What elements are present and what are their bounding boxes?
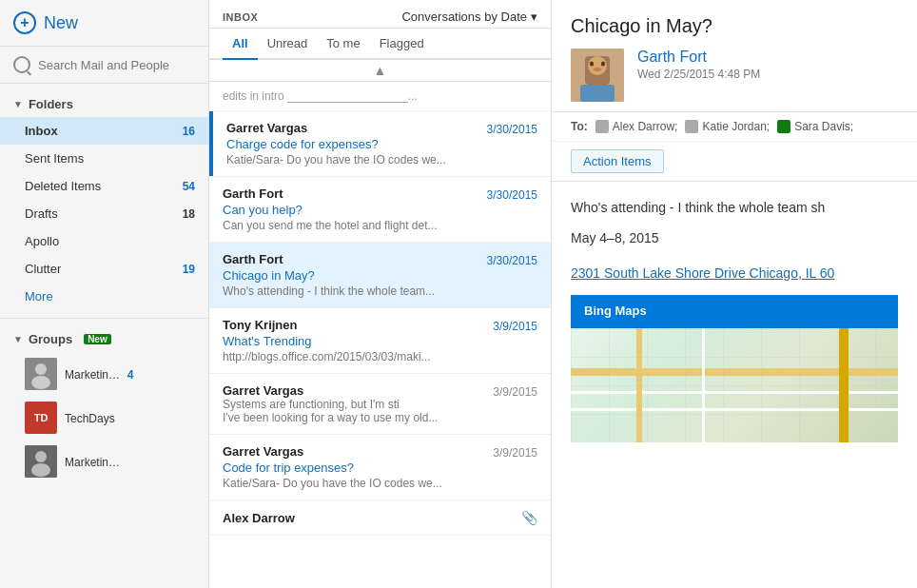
reading-pane: Chicago in May? Garth Fort Wed 2/25/2015…: [552, 0, 917, 588]
svg-point-5: [31, 463, 50, 477]
mail-preview: Katie/Sara- Do you have the IO codes we.…: [226, 153, 537, 167]
search-input[interactable]: [38, 58, 195, 72]
new-button[interactable]: + New: [0, 0, 208, 47]
folder-apollo[interactable]: Apollo: [0, 227, 208, 255]
svg-point-11: [594, 68, 601, 71]
svg-point-4: [35, 451, 47, 462]
group-avatar-img: [25, 358, 57, 390]
folder-sent[interactable]: Sent Items: [0, 145, 208, 172]
scroll-up-button[interactable]: ▲: [209, 60, 551, 82]
mail-preview2: I've been looking for a way to use my ol…: [223, 411, 537, 424]
to-label: To:: [571, 120, 588, 133]
recipient-sara: Sara Davis;: [777, 120, 853, 133]
recipient-name-alex: Alex Darrow;: [613, 120, 678, 133]
mail-item[interactable]: Garret Vargas 3/9/2015 Systems are funct…: [209, 374, 551, 435]
group-avatar-techdays: TD: [25, 402, 57, 434]
mail-list-scroll[interactable]: ▲ edits in intro ___________________... …: [209, 60, 551, 588]
more-link[interactable]: More: [0, 283, 208, 310]
mail-preview: Katie/Sara- Do you have the IO codes we.…: [223, 477, 537, 490]
group-name-marketing2: Marketin…: [65, 456, 120, 469]
folder-inbox-name: Inbox: [25, 124, 183, 138]
group-item-techdays[interactable]: TD TechDays: [0, 396, 208, 440]
mail-date: 3/30/2015: [487, 254, 537, 267]
action-items-bar: Action Items: [552, 142, 917, 182]
mail-date: 3/9/2015: [493, 385, 537, 399]
sender-avatar: [571, 49, 624, 102]
sender-avatar-svg: [571, 49, 624, 102]
recipient-alex: Alex Darrow;: [595, 120, 678, 133]
folders-label: Folders: [29, 97, 73, 111]
folder-deleted[interactable]: Deleted Items 54: [0, 172, 208, 200]
mail-item[interactable]: Garth Fort 3/30/2015 Can you help? Can y…: [209, 177, 551, 243]
body-dates: May 4–8, 2015: [571, 227, 898, 248]
groups-header[interactable]: ▼ Groups New: [0, 326, 208, 352]
mail-date: 3/9/2015: [493, 446, 537, 460]
group-name-techdays: TechDays: [65, 412, 115, 425]
map-area[interactable]: [571, 328, 898, 442]
mail-item[interactable]: Garret Vargas 3/30/2015 Charge code for …: [209, 111, 551, 177]
group-item-marketing1[interactable]: Marketin… 4: [0, 352, 208, 396]
group-info-marketing1: Marketin… 4: [65, 367, 195, 382]
mail-subject[interactable]: Charge code for expenses?: [226, 137, 537, 151]
folders-header[interactable]: ▼ Folders: [0, 91, 208, 117]
mail-item[interactable]: Alex Darrow 📎: [209, 500, 551, 536]
svg-point-2: [31, 376, 50, 389]
search-area: [0, 47, 208, 84]
email-body: Who's attending - I think the whole team…: [552, 182, 917, 588]
new-button-label: New: [44, 13, 78, 33]
body-address[interactable]: 2301 South Lake Shore Drive Chicago, IL …: [571, 263, 898, 284]
bing-maps-bar: Bing Maps: [571, 295, 898, 328]
map-road-v1: [636, 328, 642, 442]
group-name-marketing1: Marketin…: [65, 368, 120, 382]
folder-drafts-badge: 18: [183, 207, 195, 221]
folder-apollo-name: Apollo: [25, 234, 195, 248]
mail-item[interactable]: Garret Vargas 3/9/2015 Code for trip exp…: [209, 435, 551, 500]
svg-point-9: [590, 62, 594, 67]
reading-header: Chicago in May? Garth Fort Wed 2/25/2015…: [552, 0, 917, 112]
svg-point-1: [35, 363, 47, 375]
mail-list-panel: INBOX Conversations by Date ▾ All Unread…: [209, 0, 552, 588]
folder-inbox[interactable]: Inbox 16: [0, 117, 208, 145]
svg-rect-12: [580, 85, 615, 102]
recipient-dot-sara: [777, 120, 790, 133]
groups-section: ▼ Groups New Marketin… 4 TD TechDays: [0, 318, 208, 491]
new-icon: +: [13, 11, 36, 34]
to-row: To: Alex Darrow; Katie Jordan; Sara Davi…: [552, 112, 917, 142]
mail-item[interactable]: Garth Fort 3/30/2015 Chicago in May? Who…: [209, 243, 551, 308]
folder-drafts[interactable]: Drafts 18: [0, 200, 208, 227]
group-avatar-marketing1: [25, 358, 57, 390]
mail-preview: Systems are functioning, but I'm sti: [223, 398, 537, 411]
recipient-dot-alex: [595, 120, 609, 133]
folder-clutter[interactable]: Clutter 19: [0, 255, 208, 283]
sort-button[interactable]: Conversations by Date ▾: [401, 10, 537, 24]
folder-deleted-name: Deleted Items: [25, 179, 183, 193]
map-road-v2: [702, 328, 705, 442]
sender-name: Garth Fort: [637, 49, 760, 66]
mail-item[interactable]: Tony Krijnen 3/9/2015 What's Trending ht…: [209, 308, 551, 374]
mail-sender: Garret Vargas: [223, 383, 537, 398]
mail-subject[interactable]: Code for trip expenses?: [223, 461, 537, 475]
group-item-marketing2[interactable]: Marketin…: [0, 440, 208, 483]
map-road-v3: [839, 328, 849, 442]
folder-deleted-badge: 54: [183, 180, 195, 193]
tab-tome[interactable]: To me: [317, 29, 369, 60]
mail-sender: Tony Krijnen: [223, 318, 537, 332]
mail-subject[interactable]: Chicago in May?: [223, 268, 537, 283]
mail-date: 3/9/2015: [493, 320, 537, 333]
group-info-marketing2: Marketin…: [65, 455, 195, 469]
tab-unread[interactable]: Unread: [258, 29, 318, 60]
folder-clutter-badge: 19: [183, 263, 195, 276]
action-items-button[interactable]: Action Items: [571, 149, 664, 173]
mail-sender: Garret Vargas: [223, 444, 537, 459]
mail-subject[interactable]: What's Trending: [223, 334, 537, 348]
tab-all[interactable]: All: [223, 29, 258, 60]
folder-inbox-badge: 16: [183, 125, 195, 138]
tab-flagged[interactable]: Flagged: [370, 29, 434, 60]
sender-row: Garth Fort Wed 2/25/2015 4:48 PM: [571, 49, 898, 102]
groups-new-tag: New: [84, 334, 111, 344]
group-avatar-marketing2: [25, 445, 57, 478]
mail-subject[interactable]: Can you help?: [223, 203, 537, 217]
recipient-name-katie: Katie Jordan;: [702, 120, 770, 133]
group-info-techdays: TechDays: [65, 411, 195, 425]
sender-date: Wed 2/25/2015 4:48 PM: [637, 68, 760, 81]
